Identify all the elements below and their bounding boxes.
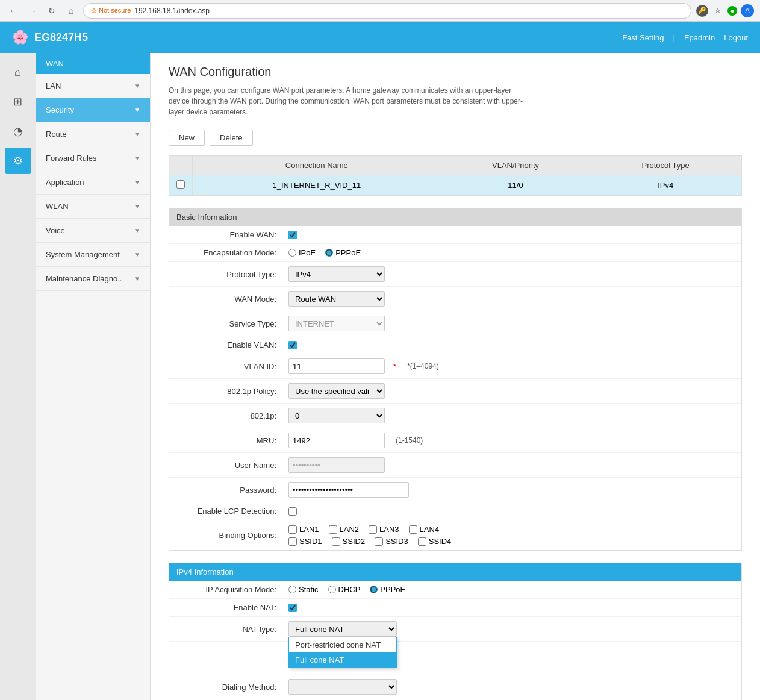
page-description: On this page, you can configure WAN port… bbox=[169, 85, 530, 117]
binding-row: Binding Options: LAN1 LAN2 LAN3 LAN4 SSI… bbox=[169, 520, 741, 550]
wan-mode-select[interactable]: Route WAN bbox=[288, 291, 385, 307]
epadmin-link[interactable]: Epadmin bbox=[684, 33, 715, 42]
vlan-id-hint: *(1–4094) bbox=[407, 362, 439, 370]
binding-ssid3[interactable]: SSID3 bbox=[375, 537, 408, 546]
binding-ssid1[interactable]: SSID1 bbox=[288, 537, 322, 546]
nat-type-select[interactable]: Full cone NAT bbox=[288, 621, 397, 637]
vlan-id-row: VLAN ID: * *(1–4094) bbox=[169, 354, 741, 379]
service-type-select[interactable]: INTERNET bbox=[288, 316, 385, 331]
sidebar-home-icon[interactable]: ⌂ bbox=[5, 59, 31, 86]
mru-input[interactable] bbox=[288, 433, 385, 448]
ipoe-radio[interactable] bbox=[288, 249, 296, 257]
binding-ssid4[interactable]: SSID4 bbox=[418, 537, 452, 546]
delete-button[interactable]: Delete bbox=[210, 130, 253, 146]
binding-lan2[interactable]: LAN2 bbox=[329, 525, 360, 534]
protocol-type-select[interactable]: IPv4 bbox=[288, 266, 385, 282]
row-checkbox-cell[interactable] bbox=[169, 175, 193, 196]
sidebar-item-voice[interactable]: Voice ▼ bbox=[36, 219, 150, 243]
sidebar-item-lan[interactable]: LAN ▼ bbox=[36, 74, 150, 98]
pppoe-ipmode-radio[interactable] bbox=[370, 586, 378, 593]
header-nav: Fast Setting | Epadmin Logout bbox=[622, 33, 748, 42]
enable-vlan-checkbox[interactable] bbox=[288, 341, 297, 349]
static-radio[interactable] bbox=[288, 586, 296, 593]
huawei-logo-icon: 🌸 bbox=[12, 30, 28, 45]
sidebar-item-system-mgmt[interactable]: System Management ▼ bbox=[36, 243, 150, 267]
star-icon[interactable]: ☆ bbox=[712, 5, 724, 17]
nat-option-full-cone[interactable]: Full cone NAT bbox=[289, 652, 396, 667]
table-row[interactable]: 1_INTERNET_R_VID_11 11/0 IPv4 bbox=[169, 175, 741, 196]
static-radio-item[interactable]: Static bbox=[288, 585, 319, 594]
policy-select[interactable]: Use the specified vali bbox=[288, 383, 385, 399]
dialing-method-select[interactable] bbox=[288, 679, 397, 695]
binding-lan4[interactable]: LAN4 bbox=[409, 525, 440, 534]
binding-ssid2[interactable]: SSID2 bbox=[332, 537, 366, 546]
forward-button[interactable]: → bbox=[25, 4, 40, 18]
sidebar-clock-icon[interactable]: ◔ bbox=[5, 118, 31, 145]
url-text: 192.168.18.1/index.asp bbox=[134, 7, 210, 15]
encapsulation-radio-group: IPoE PPPoE bbox=[288, 248, 361, 257]
action-buttons: New Delete bbox=[169, 130, 742, 146]
binding-lan1[interactable]: LAN1 bbox=[288, 525, 319, 534]
nat-option-port-restricted[interactable]: Port-restricted cone NAT bbox=[289, 637, 396, 652]
fast-setting-link[interactable]: Fast Setting bbox=[622, 33, 664, 42]
pppoe-radio[interactable] bbox=[325, 249, 333, 257]
ipoe-radio-item[interactable]: IPoE bbox=[288, 248, 316, 257]
encapsulation-row: Encapsulation Mode: IPoE PPPoE bbox=[169, 244, 741, 262]
wan-mode-row: WAN Mode: Route WAN bbox=[169, 287, 741, 311]
app: 🌸 EG8247H5 Fast Setting | Epadmin Logout… bbox=[0, 22, 760, 700]
col-vlan-priority: VLAN/Priority bbox=[441, 156, 590, 175]
policy-row: 802.1p Policy: Use the specified vali bbox=[169, 379, 741, 404]
dhcp-radio[interactable] bbox=[328, 586, 336, 593]
address-bar: ⚠ Not secure 192.168.18.1/index.asp bbox=[83, 3, 691, 19]
dot1p-row: 802.1p: 0 bbox=[169, 404, 741, 428]
new-button[interactable]: New bbox=[169, 130, 205, 146]
enable-nat-checkbox[interactable] bbox=[288, 604, 297, 612]
logo: 🌸 EG8247H5 bbox=[12, 30, 88, 45]
chevron-icon: ▼ bbox=[134, 275, 140, 282]
password-input[interactable] bbox=[288, 482, 409, 498]
sidebar-item-security[interactable]: Security ▼ bbox=[36, 98, 150, 122]
logout-link[interactable]: Logout bbox=[724, 33, 748, 42]
username-input[interactable] bbox=[288, 457, 385, 473]
vlan-id-label: VLAN ID: bbox=[179, 362, 281, 371]
nat-type-dropdown-container: Full cone NAT Port-restricted cone NAT F… bbox=[288, 621, 397, 637]
sidebar-item-wlan[interactable]: WLAN ▼ bbox=[36, 195, 150, 219]
sidebar-item-route[interactable]: Route ▼ bbox=[36, 122, 150, 146]
pppoe-radio-item[interactable]: PPPoE bbox=[370, 585, 405, 594]
sidebar-item-forward-rules[interactable]: Forward Rules ▼ bbox=[36, 146, 150, 170]
sidebar-gear-icon[interactable]: ⚙ bbox=[5, 148, 31, 174]
key-icon: 🔑 bbox=[696, 5, 708, 17]
profile-icon[interactable]: A bbox=[741, 4, 754, 17]
reload-button[interactable]: ↻ bbox=[45, 4, 59, 18]
header: 🌸 EG8247H5 Fast Setting | Epadmin Logout bbox=[0, 22, 760, 53]
nat-type-dropdown-menu[interactable]: Port-restricted cone NAT Full cone NAT bbox=[288, 637, 397, 668]
binding-lan3[interactable]: LAN3 bbox=[369, 525, 399, 534]
dialing-method-row: Dialing Method: bbox=[169, 675, 741, 699]
dot1p-select[interactable]: 0 bbox=[288, 408, 385, 423]
sidebar-item-maintenance[interactable]: Maintenance Diagno.. ▼ bbox=[36, 267, 150, 291]
binding-row1: LAN1 LAN2 LAN3 LAN4 bbox=[288, 525, 451, 534]
ipv4-info-header: IPv4 Information bbox=[169, 563, 741, 581]
row-connection-name: 1_INTERNET_R_VID_11 bbox=[193, 175, 441, 196]
pppoe-radio-item[interactable]: PPPoE bbox=[325, 248, 361, 257]
sidebar-box-icon[interactable]: ⊞ bbox=[5, 89, 31, 115]
page-title: WAN Configuration bbox=[169, 65, 742, 79]
browser-toolbar: 🔑 ☆ ● A bbox=[696, 4, 754, 17]
nat-type-row: NAT type: Full cone NAT Port-restricted … bbox=[169, 617, 741, 642]
row-vlan: 11/0 bbox=[441, 175, 590, 196]
enable-wan-checkbox[interactable] bbox=[288, 231, 297, 239]
lcp-row: Enable LCP Detection: bbox=[169, 502, 741, 520]
home-button[interactable]: ⌂ bbox=[64, 4, 78, 18]
enable-nat-label: Enable NAT: bbox=[179, 603, 281, 612]
icon-sidebar: ⌂ ⊞ ◔ ⚙ bbox=[0, 53, 36, 700]
sidebar-item-wan[interactable]: WAN bbox=[36, 53, 150, 74]
sidebar-item-application[interactable]: Application ▼ bbox=[36, 170, 150, 195]
enable-wan-row: Enable WAN: bbox=[169, 226, 741, 244]
row-checkbox[interactable] bbox=[176, 180, 185, 189]
encapsulation-label: Encapsulation Mode: bbox=[179, 248, 281, 257]
password-row: Password: bbox=[169, 478, 741, 502]
lcp-checkbox[interactable] bbox=[288, 507, 297, 516]
back-button[interactable]: ← bbox=[6, 4, 20, 18]
vlan-id-input[interactable] bbox=[288, 358, 385, 374]
dhcp-radio-item[interactable]: DHCP bbox=[328, 585, 361, 594]
